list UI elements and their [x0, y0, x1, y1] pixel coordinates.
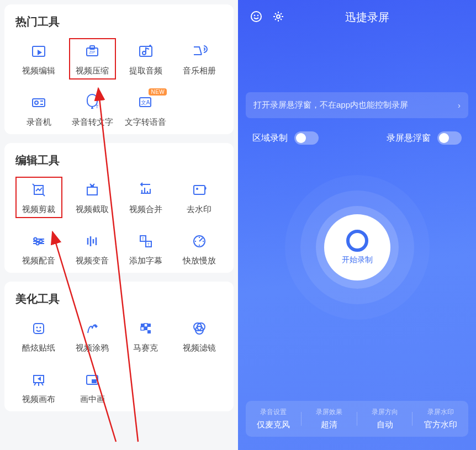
tool-video-cut[interactable]: 视频截取	[66, 178, 119, 217]
setting-value: 官方水印	[424, 420, 457, 430]
tool-video-dub[interactable]: 视频配音	[12, 229, 66, 268]
tool-sticker[interactable]: 酷炫贴纸	[12, 316, 66, 356]
crop-icon	[29, 180, 49, 200]
toggle-floating-window[interactable]: 录屏悬浮窗	[387, 131, 462, 145]
tool-label: 视频截取	[76, 204, 109, 215]
setting-label: 录屏方向	[372, 407, 398, 417]
tool-label: 视频编辑	[22, 66, 55, 76]
tool-label: 音乐相册	[183, 66, 216, 76]
tool-filter[interactable]: 视频滤镜	[172, 316, 226, 356]
setting-orientation[interactable]: 录屏方向 自动	[357, 407, 413, 430]
toggle-label: 录屏悬浮窗	[387, 133, 431, 144]
setting-label: 录屏水印	[427, 407, 454, 417]
toggle-area-record[interactable]: 区域录制	[252, 131, 319, 145]
cut-icon	[82, 180, 102, 200]
smiley-icon[interactable]	[250, 10, 262, 25]
tool-label: 画中画	[80, 394, 105, 405]
app-title: 迅捷录屏	[294, 10, 440, 25]
record-button-label: 开始录制	[342, 255, 373, 265]
toggle-switch[interactable]	[294, 131, 319, 145]
video-edit-icon	[29, 41, 49, 61]
setting-watermark[interactable]: 录屏水印 官方水印	[412, 407, 468, 430]
section-edit-tools: 编辑工具 视频剪裁 视频截取 视频合并 去水印 视频配音	[4, 143, 234, 273]
tool-label: 视频变音	[76, 256, 109, 266]
tool-label: 视频压缩	[76, 66, 109, 76]
speed-icon	[189, 231, 209, 251]
top-bar: 迅捷录屏	[238, 0, 476, 31]
toggle-row: 区域录制 录屏悬浮窗	[238, 118, 476, 145]
tool-label: 视频配音	[22, 256, 55, 266]
tool-canvas[interactable]: 视频画布	[12, 368, 66, 407]
record-button[interactable]: 开始录制	[316, 206, 399, 289]
zip-icon	[82, 41, 102, 61]
tip-banner[interactable]: 打开录屏悬浮窗，不在app内也能控制录屏 ›	[246, 92, 468, 118]
text-to-speech-icon	[136, 93, 156, 113]
tool-label: 文字转语音	[125, 117, 166, 128]
tool-label: 视频涂鸦	[76, 343, 109, 353]
tool-recorder[interactable]: 录音机	[12, 91, 66, 130]
canvas-icon	[29, 370, 49, 390]
pip-icon	[82, 370, 102, 390]
dub-icon	[29, 231, 49, 251]
tool-label: 提取音频	[129, 66, 162, 76]
toggle-label: 区域录制	[252, 133, 288, 144]
setting-value: 超清	[321, 420, 337, 430]
tool-label: 马赛克	[133, 343, 158, 353]
right-panel: 迅捷录屏 打开录屏悬浮窗，不在app内也能控制录屏 › 区域录制 录屏悬浮窗 开…	[238, 0, 476, 450]
tool-label: 视频剪裁	[22, 204, 55, 215]
tool-video-compress[interactable]: 视频压缩	[66, 39, 119, 78]
setting-label: 录屏效果	[316, 407, 342, 417]
filter-icon	[189, 319, 209, 338]
toggle-switch[interactable]	[437, 131, 462, 145]
subtitle-icon	[136, 231, 156, 251]
tool-doodle[interactable]: 视频涂鸦	[66, 316, 119, 356]
tool-label: 快放慢放	[183, 256, 216, 266]
recorder-icon	[29, 93, 49, 113]
record-ring-icon	[346, 230, 368, 252]
tool-label: 添加字幕	[129, 256, 162, 266]
tool-video-pitch[interactable]: 视频变音	[66, 229, 119, 268]
tool-label: 视频合并	[129, 204, 162, 215]
music-extract-icon	[136, 41, 156, 61]
tool-extract-audio[interactable]: 提取音频	[119, 39, 173, 78]
section-hot-tools: 热门工具 视频编辑 视频压缩 提取音频 音乐相册 录音机	[4, 4, 234, 134]
bottom-settings: 录音设置 仅麦克风 录屏效果 超清 录屏方向 自动 录屏水印 官方水印	[246, 401, 468, 437]
gear-icon[interactable]	[272, 10, 284, 25]
tip-text: 打开录屏悬浮窗，不在app内也能控制录屏	[253, 100, 408, 110]
music-album-icon	[189, 41, 209, 61]
sticker-icon	[29, 319, 49, 338]
merge-icon	[136, 180, 156, 200]
tool-mosaic[interactable]: 马赛克	[119, 316, 173, 356]
setting-quality[interactable]: 录屏效果 超清	[302, 407, 357, 430]
tool-video-edit[interactable]: 视频编辑	[12, 39, 66, 78]
tool-label: 去水印	[187, 204, 211, 215]
tool-label: 视频滤镜	[183, 343, 216, 353]
tool-video-crop[interactable]: 视频剪裁	[12, 178, 66, 217]
mosaic-icon	[136, 319, 156, 338]
section-title: 编辑工具	[12, 153, 226, 168]
pitch-icon	[82, 231, 102, 251]
chevron-right-icon: ›	[458, 100, 461, 110]
tool-text-to-speech[interactable]: NEW 文字转语音	[119, 91, 173, 130]
tool-label: 酷炫贴纸	[22, 343, 55, 353]
speech-to-text-icon	[82, 93, 102, 113]
setting-value: 自动	[377, 420, 393, 430]
tool-speech-to-text[interactable]: 录音转文字	[66, 91, 119, 130]
setting-value: 仅麦克风	[257, 420, 290, 430]
tool-remove-watermark[interactable]: 去水印	[172, 178, 226, 217]
tool-label: 视频画布	[22, 394, 55, 405]
tool-label: 录音转文字	[72, 117, 113, 128]
left-panel: 热门工具 视频编辑 视频压缩 提取音频 音乐相册 录音机	[0, 0, 238, 450]
tool-pip[interactable]: 画中画	[66, 368, 119, 407]
tool-music-album[interactable]: 音乐相册	[172, 39, 226, 78]
doodle-icon	[82, 319, 102, 338]
tool-video-merge[interactable]: 视频合并	[119, 178, 173, 217]
watermark-remove-icon	[189, 180, 209, 200]
tool-add-subtitle[interactable]: 添加字幕	[119, 229, 173, 268]
tool-speed[interactable]: 快放慢放	[172, 229, 226, 268]
setting-audio[interactable]: 录音设置 仅麦克风	[246, 407, 302, 430]
section-title: 热门工具	[12, 14, 226, 29]
section-beautify-tools: 美化工具 酷炫贴纸 视频涂鸦 马赛克 视频滤镜 视频画布	[4, 282, 234, 411]
new-badge: NEW	[149, 88, 167, 96]
section-title: 美化工具	[12, 292, 226, 306]
